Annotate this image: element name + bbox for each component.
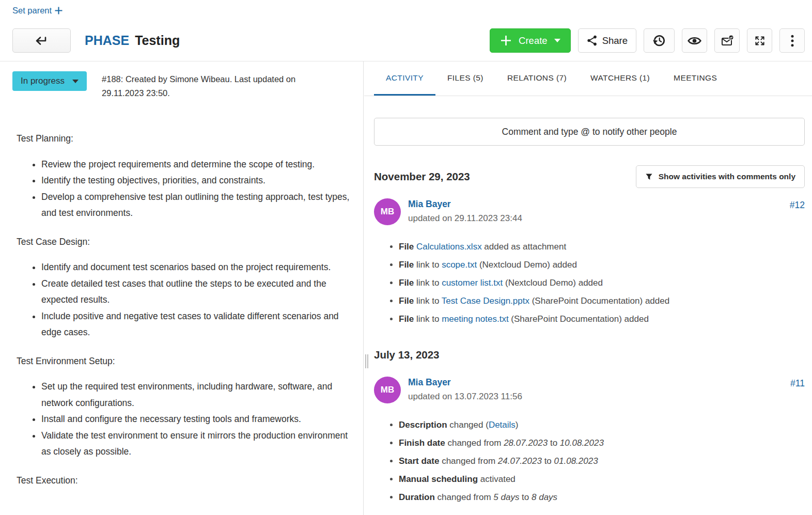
set-parent-link[interactable]: Set parent xyxy=(12,6,63,15)
create-button[interactable]: Create xyxy=(490,28,571,53)
work-package-page: Set parent PHASE Testing Create xyxy=(0,0,812,515)
activity-group-header: July 13, 2023 xyxy=(374,344,805,366)
work-package-details-panel: In progress #188: Created by Simone Wibe… xyxy=(0,61,364,515)
change-item: Manual scheduling activated xyxy=(399,470,805,488)
status-row: In progress #188: Created by Simone Wibe… xyxy=(12,71,350,100)
description-bullet: Include positive and negative test cases… xyxy=(41,308,350,341)
description-bullet: Review the project requirements and dete… xyxy=(41,157,350,173)
description-section-heading: Test Planning: xyxy=(17,131,350,147)
description-bullet-list: Review the project requirements and dete… xyxy=(17,157,350,222)
work-package-subject: Testing xyxy=(135,33,180,48)
tab-meetings[interactable]: MEETINGS xyxy=(662,61,729,96)
change-link[interactable]: Test Case Design.pptx xyxy=(442,296,529,306)
description-bullet-list: Identify and document test scenarios bas… xyxy=(17,259,350,341)
change-link[interactable]: scope.txt xyxy=(442,260,477,270)
description-section-heading: Test Environment Setup: xyxy=(17,353,350,370)
change-value: 10.08.2023 xyxy=(560,438,604,448)
change-link[interactable]: Calculations.xlsx xyxy=(416,242,482,252)
back-arrow-icon xyxy=(35,35,49,46)
activity-date-heading: July 13, 2023 xyxy=(374,349,440,361)
description-bullet: Identify and document test scenarios bas… xyxy=(41,259,350,276)
description-bullet-list: Set up the required test environments, i… xyxy=(17,379,350,460)
user-link[interactable]: Mia Bayer xyxy=(408,199,451,210)
avatar: MB xyxy=(374,198,401,225)
plus-icon xyxy=(500,35,512,46)
activity-entry-header: MBMia Bayerupdated on 13.07.2023 11:56 xyxy=(374,377,805,403)
plus-icon xyxy=(54,6,63,15)
tab-watchers[interactable]: WATCHERS (1) xyxy=(579,61,662,96)
toolbar: Create Share xyxy=(490,28,805,53)
change-attribute: Manual scheduling xyxy=(399,474,478,484)
change-attribute: File xyxy=(399,296,414,306)
panel-resize-handle[interactable] xyxy=(365,354,370,368)
change-link[interactable]: customer list.txt xyxy=(442,278,503,288)
envelope-check-icon xyxy=(721,35,734,47)
mark-notifications-read-button[interactable] xyxy=(714,28,740,53)
work-package-meta: #188: Created by Simone Wibeau. Last upd… xyxy=(102,71,303,100)
tab-activity[interactable]: ACTIVITY xyxy=(374,61,435,96)
tabs: ACTIVITYFILES (5)RELATIONS (7)WATCHERS (… xyxy=(364,61,812,96)
change-value: 8 days xyxy=(532,492,557,502)
change-list: Description changed (Details)Finish date… xyxy=(374,416,805,506)
page-title: PHASE Testing xyxy=(85,33,180,48)
change-link[interactable]: meeting notes.txt xyxy=(442,314,508,324)
description: Test Planning:Review the project require… xyxy=(12,131,350,489)
change-item: File link to scope.txt (Nextcloud Demo) … xyxy=(399,256,805,274)
activity-timestamp: updated on 13.07.2023 11:56 xyxy=(408,392,522,402)
change-item: File link to meeting notes.txt (SharePoi… xyxy=(399,310,805,328)
activity-number-link[interactable]: #11 xyxy=(790,378,805,389)
fullscreen-icon xyxy=(754,35,766,47)
work-package-type: PHASE xyxy=(85,33,129,48)
description-bullet: Create detailed test cases that outline … xyxy=(41,276,350,308)
change-value: 24.07.2023 xyxy=(498,456,542,466)
activity-number-link[interactable]: #12 xyxy=(790,200,805,211)
change-attribute: File xyxy=(399,242,414,252)
history-button[interactable] xyxy=(644,28,675,53)
kebab-menu-icon xyxy=(791,35,794,47)
user-link[interactable]: Mia Bayer xyxy=(408,377,451,388)
change-attribute: File xyxy=(399,314,414,324)
change-list: File Calculations.xlsx added as attachme… xyxy=(374,238,805,328)
tab-files[interactable]: FILES (5) xyxy=(435,61,495,96)
activity-panel: ACTIVITYFILES (5)RELATIONS (7)WATCHERS (… xyxy=(364,61,812,515)
activity-timestamp: updated on 29.11.2023 23:44 xyxy=(408,213,522,224)
change-attribute: Description xyxy=(399,420,447,430)
change-item: Description changed (Details) xyxy=(399,416,805,434)
chevron-down-icon xyxy=(72,80,79,83)
filter-activities-button[interactable]: Show activities with comments only xyxy=(636,165,805,188)
change-attribute: Start date xyxy=(399,456,439,466)
filter-activities-label: Show activities with comments only xyxy=(659,172,795,181)
activity-group-header: November 29, 2023Show activities with co… xyxy=(374,165,805,188)
tab-relations[interactable]: RELATIONS (7) xyxy=(495,61,579,96)
change-item: File Calculations.xlsx added as attachme… xyxy=(399,238,805,256)
fullscreen-button[interactable] xyxy=(747,28,772,53)
activity-date-heading: November 29, 2023 xyxy=(374,170,470,183)
change-attribute: Duration xyxy=(399,492,435,502)
funnel-icon xyxy=(645,173,653,181)
change-attribute: File xyxy=(399,260,414,270)
description-bullet: Install and configure the necessary test… xyxy=(41,411,350,428)
comment-input[interactable]: Comment and type @ to notify other peopl… xyxy=(374,118,805,146)
more-button[interactable] xyxy=(779,28,805,53)
description-bullet: Validate the test environment to ensure … xyxy=(41,428,350,460)
change-value: 5 days xyxy=(493,492,519,502)
history-icon xyxy=(652,34,666,48)
description-bullet: Identify the testing objectives, priorit… xyxy=(41,173,350,189)
eye-icon xyxy=(688,36,701,45)
share-button[interactable]: Share xyxy=(578,28,636,53)
change-value: 01.08.2023 xyxy=(554,456,598,466)
status-dropdown[interactable]: In progress xyxy=(12,71,87,91)
description-bullet: Set up the required test environments, i… xyxy=(41,379,350,411)
work-package-header: PHASE Testing Create Share xyxy=(12,28,805,53)
description-section-heading: Test Case Design: xyxy=(17,234,350,251)
set-parent-label: Set parent xyxy=(12,6,52,15)
back-button[interactable] xyxy=(12,28,71,53)
share-icon xyxy=(587,35,598,46)
change-link[interactable]: Details xyxy=(489,420,516,430)
change-item: Start date changed from 24.07.2023 to 01… xyxy=(399,452,805,470)
activity-user-block: Mia Bayerupdated on 29.11.2023 23:44 xyxy=(408,198,522,225)
change-attribute: File xyxy=(399,278,414,288)
share-button-label: Share xyxy=(602,35,628,46)
activity-user-block: Mia Bayerupdated on 13.07.2023 11:56 xyxy=(408,377,522,403)
watch-button[interactable] xyxy=(682,28,707,53)
